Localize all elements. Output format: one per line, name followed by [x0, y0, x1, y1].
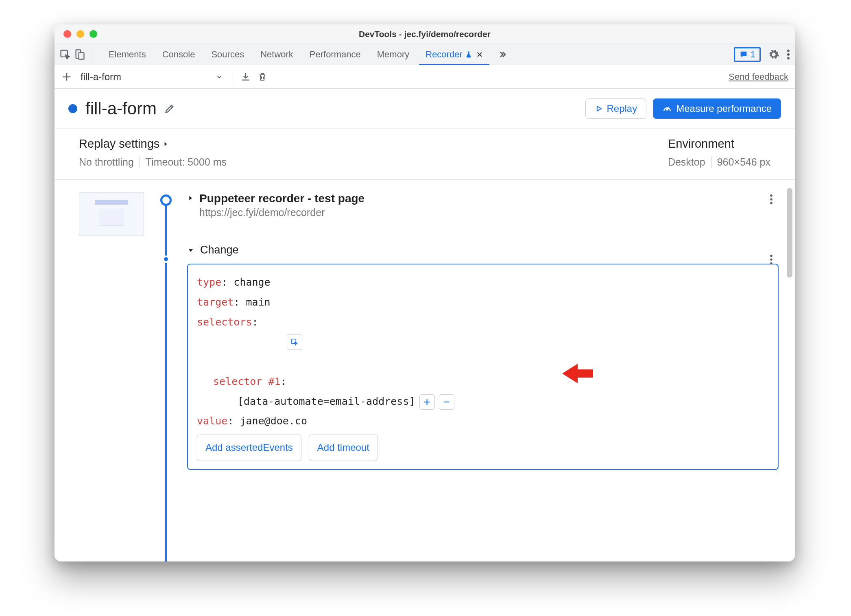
remove-selector-icon[interactable]: − [439, 394, 454, 410]
step-change-toggle[interactable]: Change [187, 244, 779, 256]
measure-performance-button[interactable]: Measure performance [653, 98, 781, 119]
step-change-label: Change [200, 244, 239, 256]
delete-icon[interactable] [254, 70, 271, 84]
export-icon[interactable] [237, 70, 254, 84]
tab-recorder-label: Recorder [426, 49, 462, 60]
window-maximize-button[interactable] [89, 30, 97, 38]
tab-console[interactable]: Console [154, 44, 203, 65]
tab-network[interactable]: Network [252, 44, 301, 65]
svg-point-11 [770, 258, 772, 261]
tab-sources[interactable]: Sources [203, 44, 252, 65]
recorder-toolbar: fill-a-form Send feedback [55, 65, 795, 89]
step-menu-icon[interactable] [770, 254, 773, 265]
gauge-icon [662, 104, 672, 114]
svg-rect-2 [79, 52, 84, 59]
message-icon [739, 50, 748, 59]
devtools-tabstrip: Elements Console Sources Network Perform… [55, 44, 795, 65]
svg-point-5 [787, 57, 790, 59]
recording-select-value: fill-a-form [81, 71, 121, 83]
field-type-value[interactable]: change [233, 276, 270, 288]
annotation-arrow-icon [561, 362, 594, 385]
svg-point-8 [770, 198, 772, 201]
tab-close-icon[interactable] [476, 51, 483, 58]
svg-point-3 [787, 49, 790, 52]
chevron-right-icon [163, 140, 168, 148]
device-value: Desktop [668, 156, 705, 168]
field-target-value[interactable]: main [246, 296, 270, 308]
window-close-button[interactable] [63, 30, 71, 38]
recording-header: fill-a-form Replay Measure performance [55, 89, 795, 129]
issues-chip[interactable]: 1 [734, 47, 761, 62]
element-picker-icon[interactable] [287, 334, 302, 350]
replay-button[interactable]: Replay [585, 98, 647, 119]
svg-point-12 [770, 262, 772, 265]
step-navigate[interactable]: Puppeteer recorder - test page https://j… [187, 192, 779, 218]
device-toolbar-icon[interactable] [74, 49, 85, 60]
add-selector-icon[interactable]: + [419, 394, 435, 410]
timeout-value: Timeout: 5000 ms [146, 156, 227, 168]
svg-point-10 [770, 255, 772, 257]
send-feedback-link[interactable]: Send feedback [729, 72, 788, 82]
traffic-lights [55, 30, 97, 38]
recording-select[interactable]: fill-a-form [76, 70, 227, 84]
inspect-element-icon[interactable] [59, 49, 71, 60]
separator [140, 157, 140, 168]
separator [232, 70, 232, 84]
field-value-value[interactable]: jane@doe.co [240, 415, 307, 427]
more-icon[interactable] [787, 49, 790, 60]
window-titlebar: DevTools - jec.fyi/demo/recorder [55, 24, 795, 44]
throttling-value: No throttling [79, 156, 134, 168]
field-selectors-key: selectors [197, 316, 252, 328]
step-url: https://jec.fyi/demo/recorder [199, 207, 364, 218]
chevron-down-icon [216, 73, 223, 81]
field-target-key: target [197, 296, 233, 308]
environment-label: Environment [668, 137, 770, 151]
scrollbar[interactable] [787, 188, 792, 277]
step-change: Change type: change target: main selecto… [187, 244, 779, 470]
replay-label: Replay [607, 103, 637, 114]
settings-row: Replay settings No throttling Timeout: 5… [55, 129, 795, 180]
field-type-key: type [197, 276, 221, 288]
replay-settings-label: Replay settings [79, 137, 159, 151]
settings-icon[interactable] [768, 49, 779, 60]
play-icon [595, 105, 603, 113]
edit-title-icon[interactable] [164, 103, 175, 114]
dimensions-value: 960×546 px [717, 156, 770, 168]
panel-tabs: Elements Console Sources Network Perform… [100, 44, 507, 65]
replay-settings-toggle[interactable]: Replay settings [79, 137, 227, 151]
field-value-key: value [197, 415, 227, 427]
timeline-start-icon [160, 194, 172, 206]
timeline [155, 192, 176, 561]
timeline-step-icon [162, 256, 170, 263]
step-menu-icon[interactable] [770, 194, 773, 205]
svg-point-6 [667, 109, 668, 110]
recording-title: fill-a-form [85, 99, 157, 118]
svg-point-4 [787, 53, 790, 55]
more-tabs-icon[interactable] [498, 50, 507, 59]
page-thumbnail[interactable] [79, 192, 144, 236]
record-indicator-icon [68, 104, 77, 113]
chevron-down-icon [187, 247, 194, 253]
window-minimize-button[interactable] [76, 30, 84, 38]
measure-label: Measure performance [676, 103, 772, 114]
tab-memory[interactable]: Memory [369, 44, 417, 65]
flask-icon [465, 51, 472, 58]
chevron-right-icon [187, 194, 194, 203]
field-selector1-key: selector #1 [213, 376, 281, 387]
window-title: DevTools - jec.fyi/demo/recorder [55, 29, 795, 39]
svg-point-7 [770, 194, 772, 197]
devtools-window: DevTools - jec.fyi/demo/recorder Element… [55, 24, 795, 561]
field-selector1-value[interactable]: [data-automate=email-address] [238, 395, 415, 407]
add-timeout-button[interactable]: Add timeout [309, 435, 378, 461]
issues-count: 1 [751, 49, 755, 60]
tab-elements[interactable]: Elements [100, 44, 154, 65]
step-details-panel: type: change target: main selectors: sel… [187, 264, 779, 470]
step-title: Puppeteer recorder - test page [199, 192, 364, 205]
add-asserted-events-button[interactable]: Add assertedEvents [197, 435, 301, 461]
tab-recorder[interactable]: Recorder [417, 44, 491, 65]
tab-performance[interactable]: Performance [301, 44, 369, 65]
svg-point-9 [770, 202, 772, 205]
separator [711, 157, 711, 168]
steps-area: Puppeteer recorder - test page https://j… [55, 180, 795, 561]
new-recording-icon[interactable] [61, 71, 72, 83]
